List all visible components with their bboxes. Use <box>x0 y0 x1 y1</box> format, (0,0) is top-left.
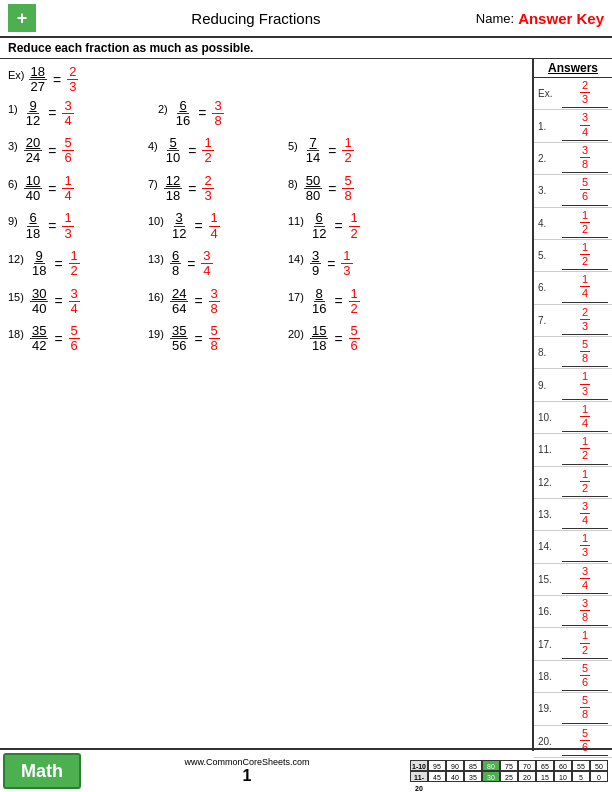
example-problem: 18 27 = 2 3 <box>29 65 159 95</box>
example-row: Ex) 18 27 = 2 3 <box>8 65 524 95</box>
answer-item: 5. 1 2 <box>534 240 612 272</box>
answers-list: Ex. 2 3 1. 3 4 2. 3 8 <box>534 78 612 758</box>
answers-title: Answers <box>534 59 612 78</box>
prob-row-15-17: 15) 30 40 = 3 4 16) 24 64 = 3 <box>8 287 524 317</box>
problem-3: 3) 20 24 = 5 6 <box>8 136 138 166</box>
answer-item: 17. 1 2 <box>534 628 612 660</box>
website: www.CommonCoreSheets.com <box>184 757 309 767</box>
example-original: 18 27 <box>29 65 47 95</box>
answer-item: 8. 5 8 <box>534 337 612 369</box>
prob-row-18-20: 18) 35 42 = 5 6 19) 35 56 = 5 <box>8 324 524 354</box>
problem-7: 7) 12 18 = 2 3 <box>148 174 278 204</box>
prob-row-9-11: 9) 6 18 = 1 3 10) 3 12 = 1 <box>8 211 524 241</box>
problem-8: 8) 50 80 = 5 8 <box>288 174 418 204</box>
answer-item: 1. 3 4 <box>534 110 612 142</box>
answer-item: 3. 5 6 <box>534 175 612 207</box>
problem-20: 20) 15 18 = 5 6 <box>288 324 418 354</box>
example-reduced: 2 3 <box>67 65 78 95</box>
page-title: Reducing Fractions <box>36 10 476 27</box>
prob-row-3-5: 3) 20 24 = 5 6 4) 5 10 = 1 <box>8 136 524 166</box>
instruction: Reduce each fraction as much as possible… <box>0 38 612 59</box>
answer-item: 15. 3 4 <box>534 564 612 596</box>
problem-5: 5) 7 14 = 1 2 <box>288 136 418 166</box>
problem-14: 14) 3 9 = 1 3 <box>288 249 418 279</box>
problem-1: 1) 9 12 = 3 4 <box>8 99 138 129</box>
example-label: Ex) <box>8 69 25 81</box>
answer-item: 12. 1 2 <box>534 467 612 499</box>
prob-row-6-8: 6) 10 40 = 1 4 7) 12 18 = 2 <box>8 174 524 204</box>
problem-16: 16) 24 64 = 3 8 <box>148 287 278 317</box>
problem-11: 11) 6 12 = 1 2 <box>288 211 418 241</box>
problem-2: 2) 6 16 = 3 8 <box>158 99 288 129</box>
header-right: Name: Answer Key <box>476 10 604 27</box>
problem-18: 18) 35 42 = 5 6 <box>8 324 138 354</box>
answer-item: 2. 3 8 <box>534 143 612 175</box>
answer-item: 6. 1 4 <box>534 272 612 304</box>
problem-10: 10) 3 12 = 1 4 <box>148 211 278 241</box>
answer-item: 13. 3 4 <box>534 499 612 531</box>
math-label: Math <box>3 753 81 789</box>
answer-item: Ex. 2 3 <box>534 78 612 110</box>
problem-12: 12) 9 18 = 1 2 <box>8 249 138 279</box>
prob-row-1-2: 1) 9 12 = 3 4 2) 6 16 = 3 <box>8 99 524 129</box>
problem-17: 17) 8 16 = 1 2 <box>288 287 418 317</box>
problem-9: 9) 6 18 = 1 3 <box>8 211 138 241</box>
answer-item: 18. 5 6 <box>534 661 612 693</box>
answer-item: 19. 5 8 <box>534 693 612 725</box>
answer-panel: Answers Ex. 2 3 1. 3 4 2. 3 <box>532 59 612 751</box>
answer-item: 10. 1 4 <box>534 402 612 434</box>
problem-13: 13) 6 8 = 3 4 <box>148 249 278 279</box>
answer-item: 11. 1 2 <box>534 434 612 466</box>
answer-item: 16. 3 8 <box>534 596 612 628</box>
score-row-2: 11-20 45 40 35 30 25 20 15 10 5 0 <box>410 771 608 782</box>
page-number: 1 <box>243 767 252 785</box>
logo: + <box>8 4 36 32</box>
header: + Reducing Fractions Name: Answer Key <box>0 0 612 38</box>
footer-center: www.CommonCoreSheets.com 1 <box>84 750 410 792</box>
answer-item: 9. 1 3 <box>534 369 612 401</box>
answer-item: 7. 2 3 <box>534 305 612 337</box>
problem-15: 15) 30 40 = 3 4 <box>8 287 138 317</box>
answer-item: 4. 1 2 <box>534 208 612 240</box>
footer: Math www.CommonCoreSheets.com 1 1-10 95 … <box>0 748 612 792</box>
prob-row-12-14: 12) 9 18 = 1 2 13) 6 8 = 3 <box>8 249 524 279</box>
answer-key-label: Answer Key <box>518 10 604 27</box>
problems-area: Ex) 18 27 = 2 3 1) 9 12 = <box>0 59 532 751</box>
problem-6: 6) 10 40 = 1 4 <box>8 174 138 204</box>
answer-item: 14. 1 3 <box>534 531 612 563</box>
problem-19: 19) 35 56 = 5 8 <box>148 324 278 354</box>
score-row-1: 1-10 95 90 85 80 75 70 65 60 55 50 <box>410 760 608 771</box>
score-table: 1-10 95 90 85 80 75 70 65 60 55 50 11-20… <box>410 750 612 792</box>
problem-4: 4) 5 10 = 1 2 <box>148 136 278 166</box>
